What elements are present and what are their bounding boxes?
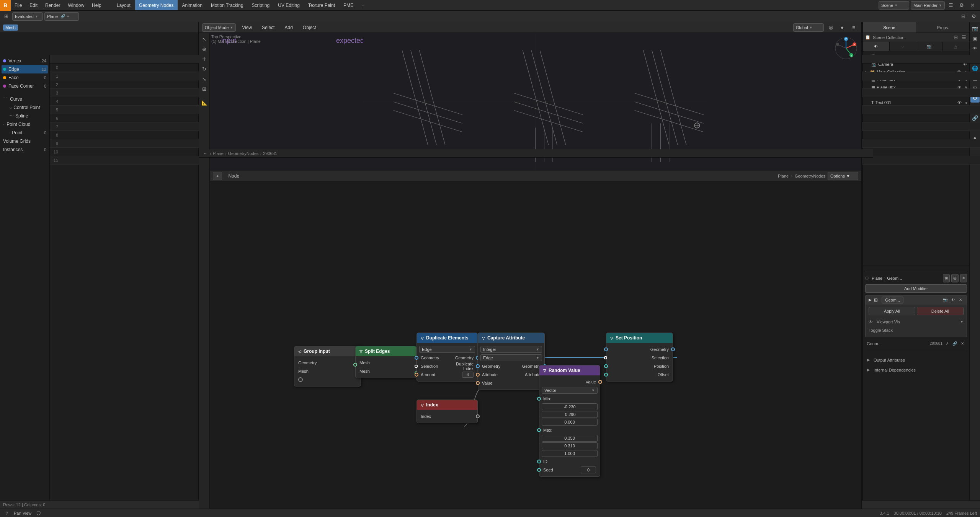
- prop-icon-output[interactable]: ▣: [970, 34, 980, 43]
- node-dup-dropdown1[interactable]: Edge ▼: [417, 345, 477, 354]
- breadcrumb-back[interactable]: ←: [202, 150, 208, 157]
- tab-add[interactable]: +: [358, 0, 368, 10]
- viewport-add[interactable]: Add: [281, 22, 296, 33]
- node-capture-attribute[interactable]: ▽ Capture Attribute Integer ▼ Edge: [478, 333, 545, 390]
- menu-edit[interactable]: Edit: [26, 0, 41, 10]
- domain-edge[interactable]: Edge 12: [2, 65, 48, 73]
- rst-hold[interactable]: △: [943, 42, 970, 51]
- node-index[interactable]: ▽ Index Index: [416, 400, 478, 423]
- node-rv-max-x[interactable]: 0.350: [542, 435, 598, 442]
- options-btn[interactable]: ≡: [849, 23, 858, 32]
- status-icon-2[interactable]: ⬡: [34, 509, 42, 517]
- node-split-edges[interactable]: ▽ Split Edges Mesh Mesh: [355, 346, 416, 378]
- tool-select[interactable]: ↖: [200, 34, 209, 44]
- type-point[interactable]: · Point 0: [8, 129, 48, 137]
- status-pan-view: Pan View: [14, 511, 31, 515]
- viewport-object[interactable]: Object: [299, 22, 320, 33]
- rst-hide[interactable]: ○: [890, 42, 916, 51]
- toolbar-filter[interactable]: ⊟: [959, 12, 968, 21]
- viewport-mode-dropdown[interactable]: Object Mode ▼: [202, 23, 236, 32]
- tool-transform[interactable]: ⊞: [200, 84, 209, 93]
- node-random-value[interactable]: ▽ Random Value Value Vector ▼: [539, 365, 600, 477]
- type-curve[interactable]: ⌒ Curve: [2, 95, 48, 103]
- prop-icon-render[interactable]: 📷: [970, 24, 980, 33]
- node-ca-dropdown2[interactable]: Edge ▼: [478, 354, 544, 362]
- breadcrumb-bar: ← › Plane › GeometryNodes › 290681: [199, 149, 873, 158]
- tool-measure[interactable]: 📐: [200, 98, 209, 107]
- scene-selector[interactable]: Scene ▼: [879, 1, 909, 10]
- tool-cursor[interactable]: ⊕: [200, 44, 209, 54]
- menu-help[interactable]: Help: [88, 0, 105, 10]
- viewport-select[interactable]: Select: [258, 22, 278, 33]
- rst-view[interactable]: 👁: [863, 42, 890, 51]
- header-close[interactable]: ✕: [968, 1, 977, 10]
- blender-logo[interactable]: B: [0, 0, 11, 11]
- node-rv-min-y[interactable]: -0.290: [542, 411, 598, 418]
- render-engine-selector[interactable]: Main Render ▼: [911, 1, 945, 10]
- viewport-header: Object Mode ▼ View Select Add Object Glo…: [199, 22, 861, 33]
- breadcrumb-separator-3: ›: [260, 151, 262, 156]
- tool-scale[interactable]: ⤡: [200, 74, 209, 83]
- header-icon-2[interactable]: ⚙: [957, 1, 966, 10]
- menu-file[interactable]: File: [11, 0, 26, 10]
- right-tab-outline[interactable]: Scene: [863, 22, 916, 33]
- toolbar-settings[interactable]: ⚙: [969, 12, 978, 21]
- breadcrumb-modifier: GeometryNodes: [228, 151, 258, 156]
- tab-layout[interactable]: Layout: [113, 0, 134, 10]
- sc-filter[interactable]: ⊟: [953, 34, 959, 40]
- sc-options[interactable]: ☰: [961, 34, 967, 40]
- menu-window[interactable]: Window: [64, 0, 88, 10]
- object-selector[interactable]: Plane 🔗 ▼: [44, 12, 79, 21]
- node-group-input-mesh: Mesh: [294, 367, 361, 375]
- nodes-canvas[interactable]: ◁ Group Input Geometry Mesh: [210, 181, 861, 509]
- tool-icon-1[interactable]: ⊞: [2, 12, 11, 21]
- node-ca-dropdown1[interactable]: Integer ▼: [478, 345, 544, 354]
- node-rv-dropdown[interactable]: Vector ▼: [539, 386, 600, 395]
- node-rv-seed-val[interactable]: 0: [581, 466, 596, 473]
- tab-animation[interactable]: Animation: [178, 0, 206, 10]
- type-volume-grids[interactable]: Volume Grids: [2, 137, 48, 145]
- viewport-view[interactable]: View: [238, 22, 256, 33]
- node-rv-id: ID: [539, 457, 600, 466]
- node-set-position[interactable]: ▽ Set Position Geometry Selection: [606, 333, 673, 382]
- domain-vertex[interactable]: Vertex 24: [2, 57, 48, 65]
- header-icon-1[interactable]: ☰: [946, 1, 956, 10]
- geo-add-node[interactable]: +: [213, 172, 222, 180]
- type-spline[interactable]: 〜 Spline: [8, 112, 48, 120]
- tab-geometry-nodes[interactable]: Geometry Nodes: [135, 0, 178, 10]
- tool-move[interactable]: ✛: [200, 54, 209, 64]
- node-rv-min-z[interactable]: 0.000: [542, 419, 598, 426]
- tab-pme[interactable]: PME: [340, 0, 357, 10]
- tab-scripting[interactable]: Scripting: [248, 0, 274, 10]
- node-ca-attribute: Attribute Attribute: [478, 370, 544, 379]
- overlay-btn[interactable]: ◎: [826, 23, 835, 32]
- menu-render[interactable]: Render: [41, 0, 64, 10]
- status-help[interactable]: ?: [3, 509, 11, 517]
- eval-mode-dropdown[interactable]: Evaluated ▼: [12, 12, 43, 21]
- rst-render[interactable]: 📷: [916, 42, 943, 51]
- tool-rotate[interactable]: ↻: [200, 64, 209, 73]
- shading-btn[interactable]: ●: [838, 23, 847, 32]
- tab-motion-tracking[interactable]: Motion Tracking: [207, 0, 247, 10]
- type-point-cloud[interactable]: · Point Cloud: [2, 120, 48, 129]
- geo-menu-node[interactable]: Node: [224, 171, 243, 181]
- prop-icon-view[interactable]: 👁: [970, 44, 980, 53]
- node-dup-amount: Amount 4: [417, 370, 477, 379]
- node-group-input[interactable]: ◁ Group Input Geometry Mesh: [294, 346, 361, 387]
- type-instances[interactable]: Instances 0: [2, 145, 48, 154]
- node-sp-position: Position: [606, 362, 673, 370]
- geo-options[interactable]: Options ▼: [828, 172, 858, 180]
- ss-mesh[interactable]: Mesh: [3, 24, 18, 31]
- center-viewport: Object Mode ▼ View Select Add Object Glo…: [199, 22, 862, 509]
- type-control-point[interactable]: ○ Control Point: [8, 103, 48, 112]
- domain-face[interactable]: Face 0: [2, 73, 48, 82]
- transform-dropdown[interactable]: Global ▼: [793, 23, 824, 32]
- node-rv-max-y[interactable]: 0.310: [542, 442, 598, 449]
- tab-uv-editing[interactable]: UV Editing: [274, 0, 304, 10]
- node-rv-max-z[interactable]: 1.000: [542, 450, 598, 457]
- tab-texture-paint[interactable]: Texture Paint: [304, 0, 339, 10]
- right-tab-props[interactable]: Props: [916, 22, 969, 33]
- domain-face-corner[interactable]: Face Corner 0: [2, 82, 48, 90]
- node-duplicate-elements[interactable]: ▽ Duplicate Elements Edge ▼ Geometry: [416, 333, 478, 382]
- node-rv-min-x[interactable]: -0.230: [542, 403, 598, 410]
